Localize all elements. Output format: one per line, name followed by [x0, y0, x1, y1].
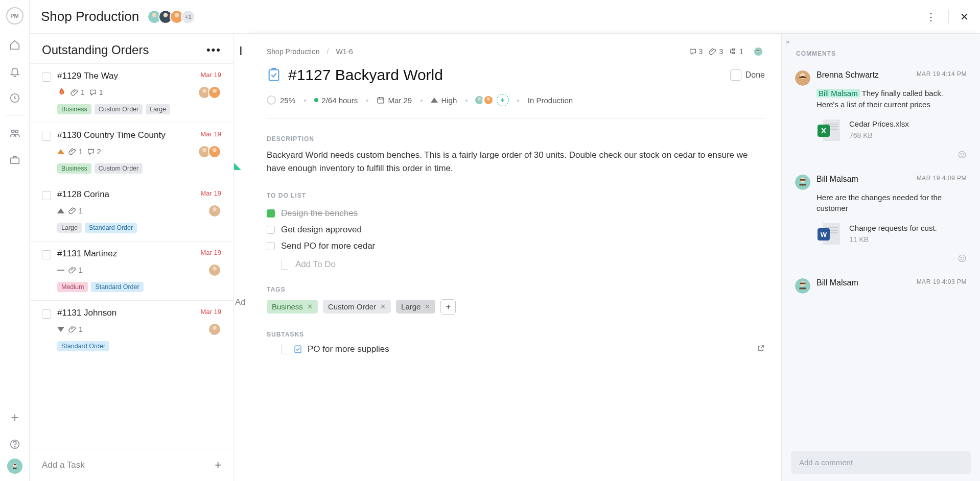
- comment-avatar[interactable]: [795, 175, 810, 190]
- task-owner-avatar[interactable]: [752, 45, 765, 58]
- task-card[interactable]: #1129 The Way Mar 19 1 1 BusinessCustom …: [30, 63, 234, 123]
- word-file-icon: W: [816, 220, 843, 247]
- react-button[interactable]: [795, 150, 967, 159]
- assignee-avatar[interactable]: [208, 204, 221, 218]
- attachment[interactable]: WChange requests for cust.11 KB: [816, 220, 967, 247]
- tag-chip[interactable]: Large✕: [396, 300, 435, 314]
- subtask-type-icon: [293, 345, 302, 354]
- left-nav: PM: [0, 0, 30, 481]
- card-comment-count: 2: [87, 148, 101, 156]
- todo-item[interactable]: Get design approved: [267, 222, 765, 238]
- column-menu-icon[interactable]: •••: [206, 43, 221, 57]
- priority[interactable]: High: [431, 96, 457, 105]
- breadcrumb-sprint[interactable]: W1-6: [336, 47, 353, 56]
- briefcase-icon[interactable]: [5, 150, 25, 170]
- add-todo-input[interactable]: Add To Do: [267, 259, 765, 270]
- svg-point-6: [14, 446, 15, 447]
- svg-point-20: [213, 89, 217, 93]
- close-icon[interactable]: ✕: [960, 11, 969, 23]
- comments-panel: » COMMENTS Brenna Schwartz MAR 19 4:14 P…: [782, 34, 980, 481]
- todo-item[interactable]: Design the benches: [267, 205, 765, 222]
- todo-item[interactable]: Send PO for more cedar: [267, 238, 765, 254]
- card-title: #1129 The Way: [57, 71, 118, 81]
- assignee-avatar[interactable]: [208, 145, 221, 158]
- current-user-avatar[interactable]: [7, 459, 22, 474]
- due-date[interactable]: Mar 29: [377, 96, 412, 105]
- priority-icon: [57, 270, 64, 271]
- svg-rect-35: [378, 98, 384, 103]
- recent-icon[interactable]: [5, 88, 25, 108]
- card-checkbox[interactable]: [42, 73, 51, 82]
- tag-chip: Large: [57, 223, 82, 233]
- attachment[interactable]: XCedar Prices.xlsx768 KB: [816, 116, 967, 143]
- svg-point-22: [202, 148, 206, 152]
- comment-time: MAR 19 4:14 PM: [917, 70, 967, 78]
- comment-count[interactable]: 3: [689, 47, 703, 56]
- mention[interactable]: Bill Malsam: [816, 89, 860, 98]
- comment-avatar[interactable]: [795, 278, 810, 294]
- member-overflow[interactable]: +1: [181, 10, 195, 24]
- subtask-row[interactable]: PO for more supplies: [267, 344, 765, 355]
- open-subtask-icon[interactable]: [757, 344, 765, 355]
- task-card[interactable]: #1131 Martinez Mar 19 1 MediumStandard O…: [30, 241, 234, 300]
- breadcrumb-project[interactable]: Shop Production: [267, 47, 320, 56]
- expand-comments-icon[interactable]: »: [786, 38, 789, 45]
- task-status[interactable]: In Production: [528, 96, 573, 105]
- comment-time: MAR 19 4:09 PM: [917, 175, 967, 182]
- add-task-input[interactable]: Add a Task +: [30, 449, 234, 481]
- project-members[interactable]: +1: [150, 10, 195, 24]
- react-button[interactable]: [795, 254, 967, 263]
- add-task-plus-icon[interactable]: +: [215, 459, 221, 472]
- add-tag-button[interactable]: +: [440, 299, 456, 315]
- task-card[interactable]: #1128 Corina Mar 19 1 LargeStandard Orde…: [30, 182, 234, 241]
- card-checkbox[interactable]: [42, 250, 51, 259]
- more-menu-icon[interactable]: ⋮: [926, 11, 937, 23]
- svg-rect-55: [800, 184, 806, 185]
- task-card[interactable]: #1130 Country Time County Mar 19 1 2 Bus…: [30, 123, 234, 182]
- todo-checkbox[interactable]: [267, 209, 275, 218]
- remove-tag-icon[interactable]: ✕: [380, 303, 386, 310]
- team-icon[interactable]: [5, 123, 25, 143]
- assignee-avatar[interactable]: [208, 86, 221, 99]
- assignee-avatar[interactable]: [482, 94, 495, 106]
- remove-tag-icon[interactable]: ✕: [307, 303, 313, 310]
- svg-rect-40: [295, 346, 301, 353]
- assignees[interactable]: +: [476, 94, 509, 106]
- assignee-avatar[interactable]: [208, 263, 221, 277]
- task-card[interactable]: #1131 Johnson Mar 19 1 Standard Order: [30, 300, 234, 359]
- done-checkbox[interactable]: [730, 69, 741, 81]
- tag-chip[interactable]: Business✕: [267, 300, 318, 314]
- progress-percent[interactable]: 25%: [267, 95, 295, 105]
- assignee-avatar[interactable]: [208, 323, 221, 336]
- app-logo[interactable]: PM: [6, 7, 24, 25]
- priority-icon: [57, 87, 66, 98]
- notifications-icon[interactable]: [5, 61, 25, 82]
- home-icon[interactable]: [5, 35, 25, 55]
- todo-label: Design the benches: [281, 208, 358, 219]
- svg-point-24: [213, 148, 217, 152]
- card-checkbox[interactable]: [42, 191, 51, 200]
- card-date: Mar 19: [201, 308, 221, 316]
- attachment-count[interactable]: 3: [709, 47, 723, 56]
- tag-chip[interactable]: Custom Order✕: [323, 300, 391, 314]
- card-checkbox[interactable]: [42, 309, 51, 319]
- task-description[interactable]: Backyard World needs custom benches. Thi…: [267, 149, 765, 176]
- todo-checkbox[interactable]: [267, 242, 275, 250]
- todo-label: Send PO for more cedar: [281, 241, 375, 251]
- done-toggle[interactable]: Done: [730, 69, 765, 81]
- remove-tag-icon[interactable]: ✕: [425, 303, 430, 310]
- card-checkbox[interactable]: [42, 132, 51, 141]
- help-icon[interactable]: [5, 434, 25, 454]
- tag-chip: Standard Order: [85, 223, 137, 233]
- todo-checkbox[interactable]: [267, 226, 275, 234]
- card-title: #1130 Country Time County: [57, 130, 166, 140]
- comment-author: Brenna Schwartz: [816, 70, 879, 80]
- card-attach-count: 1: [68, 207, 83, 215]
- comment-avatar[interactable]: [795, 70, 810, 86]
- task-title[interactable]: #1127 Backyard World: [288, 66, 443, 84]
- subtask-count[interactable]: 1: [729, 47, 743, 56]
- add-comment-input[interactable]: Add a comment: [791, 451, 971, 474]
- add-assignee-icon[interactable]: +: [497, 94, 509, 106]
- hours-logged[interactable]: 2/64 hours: [314, 96, 358, 105]
- add-icon[interactable]: [5, 407, 25, 428]
